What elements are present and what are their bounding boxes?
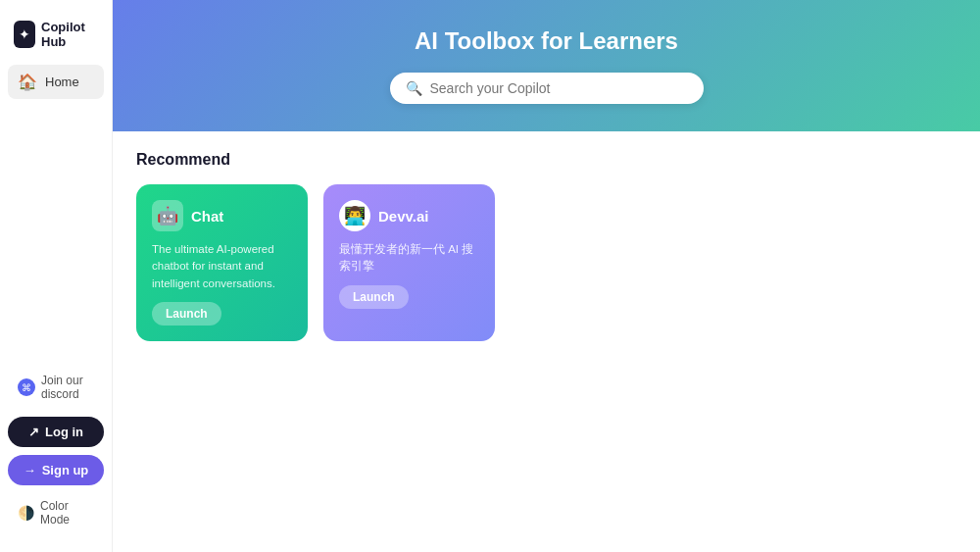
chat-card-title: Chat — [191, 208, 223, 225]
content-area: Recommend 🤖 Chat The ultimate AI-powered… — [113, 131, 980, 361]
sidebar-nav: 🏠 Home — [0, 65, 112, 358]
login-label: Log in — [45, 425, 83, 439]
card-chat[interactable]: 🤖 Chat The ultimate AI-powered chatbot f… — [136, 184, 308, 341]
signup-arrow-icon: → — [24, 463, 36, 477]
search-input[interactable] — [430, 80, 688, 96]
search-icon: 🔍 — [406, 80, 422, 96]
hero-title: AI Toolbox for Learners — [415, 27, 678, 55]
chat-launch-button[interactable]: Launch — [152, 302, 221, 326]
logo-icon: ✦ — [14, 21, 35, 48]
card-chat-header: 🤖 Chat — [152, 200, 292, 231]
devv-card-title: Devv.ai — [378, 208, 428, 225]
recommend-section-title: Recommend — [136, 151, 956, 169]
sidebar-item-home-label: Home — [45, 75, 79, 89]
sidebar-item-home[interactable]: 🏠 Home — [8, 65, 104, 99]
main-content: AI Toolbox for Learners 🔍 Recommend 🤖 Ch… — [113, 0, 980, 552]
sidebar: ✦ Copilot Hub 🏠 Home ⌘ Join our discord … — [0, 0, 113, 552]
logo: ✦ Copilot Hub — [0, 12, 112, 65]
sidebar-bottom: ⌘ Join our discord ↗ Log in → Sign up 🌗 … — [0, 358, 112, 540]
devv-card-desc: 最懂开发者的新一代 AI 搜索引擎 — [339, 241, 479, 276]
signup-label: Sign up — [42, 463, 89, 477]
discord-icon: ⌘ — [18, 378, 35, 396]
search-bar: 🔍 — [390, 73, 704, 104]
devv-launch-button[interactable]: Launch — [339, 285, 409, 309]
color-mode-icon: 🌗 — [18, 505, 34, 521]
color-mode-button[interactable]: 🌗 Color Mode — [8, 493, 104, 532]
cards-grid: 🤖 Chat The ultimate AI-powered chatbot f… — [136, 184, 956, 341]
home-icon: 🏠 — [18, 73, 37, 91]
logo-text: Copilot Hub — [41, 20, 98, 49]
discord-button[interactable]: ⌘ Join our discord — [8, 366, 104, 409]
devv-avatar: 👨‍💻 — [339, 200, 370, 231]
hero-banner: AI Toolbox for Learners 🔍 — [113, 0, 980, 131]
color-mode-label: Color Mode — [40, 499, 94, 527]
login-arrow-icon: ↗ — [28, 425, 39, 439]
chat-card-desc: The ultimate AI-powered chatbot for inst… — [152, 241, 292, 292]
signup-button[interactable]: → Sign up — [8, 455, 104, 485]
card-devv-header: 👨‍💻 Devv.ai — [339, 200, 479, 231]
discord-label: Join our discord — [41, 374, 94, 401]
card-devv[interactable]: 👨‍💻 Devv.ai 最懂开发者的新一代 AI 搜索引擎 Launch — [323, 184, 495, 341]
chat-card-icon: 🤖 — [152, 200, 183, 231]
login-button[interactable]: ↗ Log in — [8, 417, 104, 447]
